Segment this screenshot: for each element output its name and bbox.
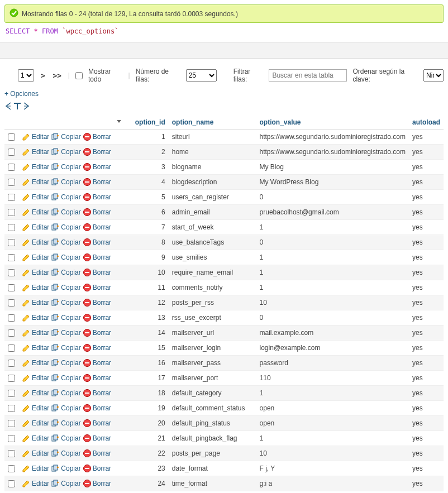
copy-link[interactable]: Copiar xyxy=(51,193,80,202)
column-option-value[interactable]: option_value xyxy=(256,115,409,130)
edit-link[interactable]: Editar xyxy=(22,358,49,367)
row-checkbox[interactable] xyxy=(8,390,15,397)
edit-link[interactable]: Editar xyxy=(22,328,49,337)
delete-link[interactable]: Borrar xyxy=(83,389,111,398)
edit-link[interactable]: Editar xyxy=(22,389,49,398)
row-checkbox[interactable] xyxy=(8,149,15,156)
options-link[interactable]: + Opciones xyxy=(0,88,448,100)
delete-link[interactable]: Borrar xyxy=(83,223,111,232)
row-checkbox[interactable] xyxy=(8,133,15,141)
copy-link[interactable]: Copiar xyxy=(51,419,80,428)
delete-link[interactable]: Borrar xyxy=(83,178,111,186)
copy-link[interactable]: Copiar xyxy=(51,162,80,171)
copy-link[interactable]: Copiar xyxy=(51,268,80,277)
row-checkbox[interactable] xyxy=(8,344,15,352)
filter-input[interactable] xyxy=(269,69,347,82)
delete-link[interactable]: Borrar xyxy=(83,358,111,367)
row-checkbox[interactable] xyxy=(8,224,15,231)
column-option-name[interactable]: option_name xyxy=(169,115,256,130)
column-option-id[interactable]: option_id xyxy=(126,115,169,130)
edit-link[interactable]: Editar xyxy=(22,298,49,307)
edit-link[interactable]: Editar xyxy=(22,374,49,382)
delete-link[interactable]: Borrar xyxy=(83,328,111,337)
delete-link[interactable]: Borrar xyxy=(83,283,111,292)
delete-link[interactable]: Borrar xyxy=(83,419,111,428)
row-checkbox[interactable] xyxy=(8,164,15,171)
copy-link[interactable]: Copiar xyxy=(51,328,80,337)
show-all-checkbox[interactable] xyxy=(75,72,83,79)
edit-link[interactable]: Editar xyxy=(22,253,49,262)
edit-link[interactable]: Editar xyxy=(22,162,49,171)
delete-link[interactable]: Borrar xyxy=(83,479,111,488)
edit-link[interactable]: Editar xyxy=(22,404,49,413)
edit-link[interactable]: Editar xyxy=(22,193,49,202)
row-checkbox[interactable] xyxy=(8,299,15,307)
copy-link[interactable]: Copiar xyxy=(51,374,80,382)
arrow-left-icon[interactable] xyxy=(4,102,12,112)
arrow-right-icon[interactable] xyxy=(22,102,30,112)
row-checkbox[interactable] xyxy=(8,179,15,186)
row-checkbox[interactable] xyxy=(8,375,15,382)
delete-link[interactable]: Borrar xyxy=(83,268,111,277)
edit-link[interactable]: Editar xyxy=(22,419,49,428)
copy-link[interactable]: Copiar xyxy=(51,343,80,352)
edit-link[interactable]: Editar xyxy=(22,343,49,352)
row-checkbox[interactable] xyxy=(8,314,15,322)
delete-link[interactable]: Borrar xyxy=(83,449,111,458)
delete-link[interactable]: Borrar xyxy=(83,404,111,413)
delete-link[interactable]: Borrar xyxy=(83,132,111,141)
delete-link[interactable]: Borrar xyxy=(83,253,111,262)
copy-link[interactable]: Copiar xyxy=(51,223,80,232)
row-checkbox[interactable] xyxy=(8,360,15,367)
copy-link[interactable]: Copiar xyxy=(51,434,80,443)
delete-link[interactable]: Borrar xyxy=(83,208,111,217)
edit-link[interactable]: Editar xyxy=(22,464,49,473)
row-checkbox[interactable] xyxy=(8,420,15,427)
delete-link[interactable]: Borrar xyxy=(83,193,111,202)
delete-link[interactable]: Borrar xyxy=(83,162,111,171)
edit-link[interactable]: Editar xyxy=(22,132,49,141)
row-checkbox[interactable] xyxy=(8,284,15,291)
edit-link[interactable]: Editar xyxy=(22,268,49,277)
row-checkbox[interactable] xyxy=(8,405,15,412)
copy-link[interactable]: Copiar xyxy=(51,358,80,367)
edit-link[interactable]: Editar xyxy=(22,434,49,443)
row-checkbox[interactable] xyxy=(8,239,15,246)
page-select[interactable]: 1 xyxy=(18,69,34,82)
copy-link[interactable]: Copiar xyxy=(51,253,80,262)
delete-link[interactable]: Borrar xyxy=(83,464,111,473)
copy-link[interactable]: Copiar xyxy=(51,389,80,398)
edit-link[interactable]: Editar xyxy=(22,223,49,232)
column-autoload[interactable]: autoload xyxy=(409,115,444,130)
copy-link[interactable]: Copiar xyxy=(51,479,80,488)
copy-link[interactable]: Copiar xyxy=(51,464,80,473)
row-checkbox[interactable] xyxy=(8,329,15,337)
delete-link[interactable]: Borrar xyxy=(83,434,111,443)
row-checkbox[interactable] xyxy=(8,480,15,487)
edit-link[interactable]: Editar xyxy=(22,178,49,186)
copy-link[interactable]: Copiar xyxy=(51,449,80,458)
row-checkbox[interactable] xyxy=(8,194,15,201)
num-rows-select[interactable]: 25 xyxy=(186,69,217,82)
fulltext-t-icon[interactable] xyxy=(12,101,22,113)
copy-link[interactable]: Copiar xyxy=(51,404,80,413)
row-checkbox[interactable] xyxy=(8,450,15,457)
edit-link[interactable]: Editar xyxy=(22,313,49,322)
copy-link[interactable]: Copiar xyxy=(51,298,80,307)
delete-link[interactable]: Borrar xyxy=(83,147,111,156)
delete-link[interactable]: Borrar xyxy=(83,313,111,322)
row-checkbox[interactable] xyxy=(8,254,15,261)
next-page-button[interactable]: > xyxy=(40,71,46,80)
copy-link[interactable]: Copiar xyxy=(51,313,80,322)
delete-link[interactable]: Borrar xyxy=(83,343,111,352)
copy-link[interactable]: Copiar xyxy=(51,132,80,141)
edit-link[interactable]: Editar xyxy=(22,208,49,217)
edit-link[interactable]: Editar xyxy=(22,147,49,156)
delete-link[interactable]: Borrar xyxy=(83,298,111,307)
copy-link[interactable]: Copiar xyxy=(51,283,80,292)
sort-dropdown-icon[interactable] xyxy=(115,119,123,127)
row-checkbox[interactable] xyxy=(8,209,15,216)
edit-link[interactable]: Editar xyxy=(22,449,49,458)
copy-link[interactable]: Copiar xyxy=(51,238,80,247)
delete-link[interactable]: Borrar xyxy=(83,374,111,382)
